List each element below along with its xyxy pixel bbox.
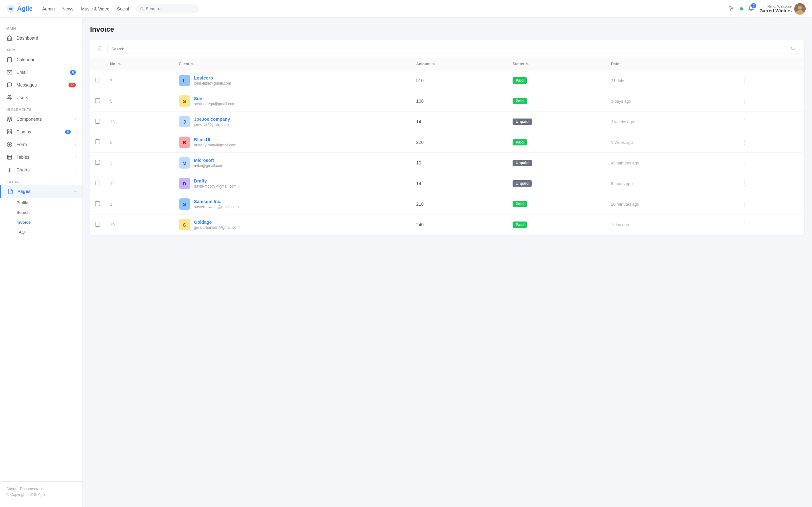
delete-button[interactable] — [95, 44, 104, 54]
client-avatar: G — [179, 219, 190, 230]
svg-rect-14 — [10, 132, 12, 134]
logo-icon — [6, 4, 15, 13]
row-actions-button[interactable]: ⋮ — [740, 137, 750, 147]
col-date[interactable]: Date — [606, 58, 734, 70]
col-client[interactable]: Client ⇅ — [174, 58, 411, 70]
row-no: 2 — [105, 153, 174, 173]
cursor-icon[interactable] — [728, 5, 734, 12]
user-avatar — [794, 3, 806, 14]
row-checkbox-5[interactable] — [95, 181, 100, 185]
row-actions-button[interactable]: ⋮ — [740, 117, 750, 126]
sidebar-item-email[interactable]: Email 8 — [0, 66, 82, 78]
sidebar-item-tables[interactable]: Tables › — [0, 151, 82, 164]
client-name[interactable]: Samsum Inc. — [194, 199, 239, 204]
col-status[interactable]: Status ⇅ — [507, 58, 606, 70]
charts-label: Charts — [16, 167, 71, 172]
table-row: 1 S Samsum Inc. steven-owens@gmail.com 2… — [90, 194, 804, 215]
app-logo[interactable]: Agile — [6, 4, 33, 13]
row-checkbox-4[interactable] — [95, 160, 100, 165]
invoice-search — [107, 44, 799, 54]
row-checkbox-3[interactable] — [95, 139, 100, 144]
row-amount: 210 — [411, 194, 507, 215]
sidebar-sub-profile[interactable]: Profile — [16, 198, 82, 208]
row-checkbox-cell — [90, 215, 105, 235]
messages-badge: 12 — [68, 83, 76, 88]
dashboard-label: Dashboard — [16, 36, 76, 41]
sidebar-item-dashboard[interactable]: Dashboard — [0, 32, 82, 44]
client-name[interactable]: BlackUI — [194, 137, 237, 142]
svg-point-4 — [798, 6, 802, 9]
nav-music-video[interactable]: Music & Video — [81, 6, 109, 11]
top-navigation: Agile Admin News Music & Video Social 7 … — [0, 0, 812, 18]
table-row: 5 S Sun scott-ortega@gmail.com 100 Paid … — [90, 91, 804, 112]
row-checkbox-1[interactable] — [95, 98, 100, 103]
sidebar-item-pages[interactable]: Pages › — [0, 185, 82, 198]
client-email: david-mccoy@gmail.com — [194, 184, 237, 188]
top-search-input[interactable] — [146, 6, 194, 11]
row-actions: ⋮ — [734, 132, 804, 153]
sidebar: Main Dashboard Apps Calendar Email 8 — [0, 18, 83, 507]
footer-about[interactable]: About — [6, 487, 16, 491]
nav-news[interactable]: News — [62, 6, 73, 11]
layers-icon — [6, 116, 13, 122]
sidebar-sub-search[interactable]: Search — [16, 208, 82, 217]
message-icon — [6, 82, 13, 88]
sidebar-sub-invoice[interactable]: Invoice — [16, 217, 82, 227]
client-email: brittany-ryan@gmail.com — [194, 143, 237, 147]
client-details: Goldage gerald-hansen@gmail.com — [194, 220, 240, 230]
sidebar-item-users[interactable]: Users — [0, 91, 82, 104]
row-checkbox-cell — [90, 173, 105, 194]
row-checkbox-2[interactable] — [95, 119, 100, 124]
client-name[interactable]: Sun — [194, 96, 235, 101]
svg-rect-12 — [7, 130, 9, 131]
svg-rect-15 — [7, 132, 9, 134]
row-checkbox-0[interactable] — [95, 78, 100, 82]
email-label: Email — [16, 70, 66, 75]
row-date: 1 Week ago — [606, 132, 734, 153]
nav-admin[interactable]: Admin — [42, 6, 55, 11]
client-name[interactable]: Drafty — [194, 178, 237, 183]
sidebar-item-calendar[interactable]: Calendar — [0, 53, 82, 66]
sidebar-ui-label: UI elements — [0, 104, 82, 113]
status-badge: Unpaid — [513, 180, 532, 187]
svg-rect-19 — [7, 155, 12, 159]
nav-social[interactable]: Social — [117, 6, 129, 11]
client-details: JoeJoe company joe-ortiz@gmail.com — [194, 117, 230, 127]
row-actions-button[interactable]: ⋮ — [740, 199, 750, 209]
sidebar-item-plugins[interactable]: Plugins 5 › — [0, 125, 82, 138]
svg-line-27 — [794, 49, 795, 50]
user-info: Hello, Welcome Garrett Winters — [759, 4, 792, 13]
row-actions-button[interactable]: ⋮ — [740, 96, 750, 106]
sidebar-item-components[interactable]: Components › — [0, 113, 82, 125]
client-name[interactable]: Lostcorp — [194, 75, 231, 80]
sidebar-item-form[interactable]: Form › — [0, 138, 82, 151]
invoice-search-input[interactable] — [111, 47, 789, 51]
tables-chevron: › — [74, 155, 76, 159]
col-no[interactable]: No. ⇅ — [105, 58, 174, 70]
row-actions-button[interactable]: ⋮ — [740, 158, 750, 168]
sidebar-item-messages[interactable]: Messages 12 — [0, 78, 82, 91]
row-actions-button[interactable]: ⋮ — [740, 76, 750, 85]
sidebar-item-charts[interactable]: Charts › — [0, 164, 82, 176]
row-checkbox-cell — [90, 91, 105, 112]
row-checkbox-7[interactable] — [95, 222, 100, 227]
col-amount[interactable]: Amount ⇅ — [411, 58, 507, 70]
client-name[interactable]: Goldage — [194, 220, 240, 225]
row-actions-button[interactable]: ⋮ — [740, 179, 750, 188]
svg-marker-11 — [7, 117, 12, 119]
footer-docs[interactable]: Documentation — [20, 487, 46, 491]
user-name: Garrett Winters — [759, 8, 792, 13]
trash-icon — [97, 46, 102, 51]
client-name[interactable]: Microsoft — [194, 158, 223, 163]
row-amount: 14 — [411, 112, 507, 132]
client-avatar: D — [179, 178, 190, 189]
notification-bell[interactable]: 7 — [748, 5, 754, 12]
user-profile[interactable]: Hello, Welcome Garrett Winters — [759, 3, 806, 14]
client-avatar: M — [179, 157, 190, 169]
sidebar-sub-faq[interactable]: FAQ — [16, 227, 82, 237]
row-checkbox-6[interactable] — [95, 201, 100, 206]
status-dot[interactable] — [740, 7, 743, 10]
row-client: G Goldage gerald-hansen@gmail.com — [174, 215, 411, 235]
client-name[interactable]: JoeJoe company — [194, 117, 230, 122]
row-actions-button[interactable]: ⋮ — [740, 220, 750, 229]
